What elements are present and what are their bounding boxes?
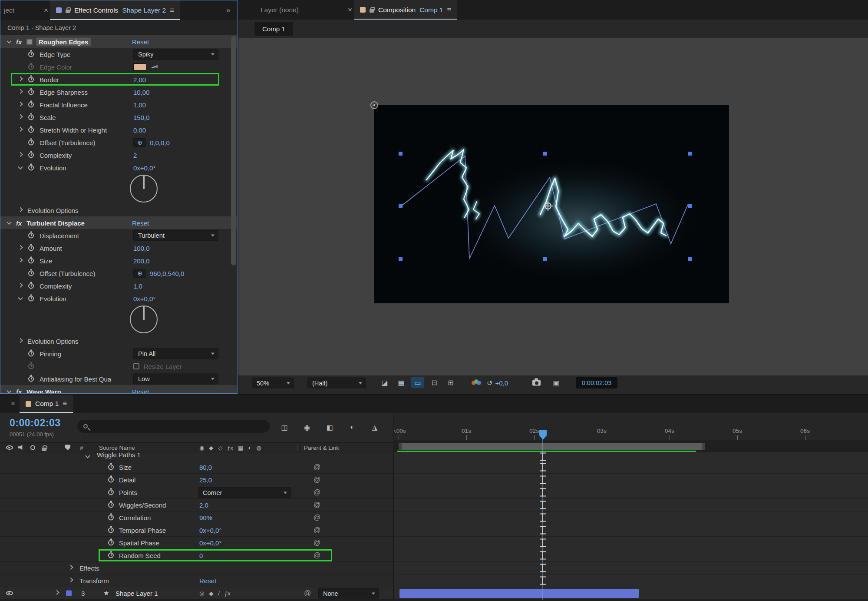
- timeline-track[interactable]: [393, 499, 868, 511]
- fx-switch-icon[interactable]: ƒx: [227, 444, 233, 451]
- stopwatch-icon[interactable]: [28, 296, 34, 301]
- timeline-track[interactable]: [393, 537, 868, 549]
- close-panel-icon[interactable]: ×: [44, 6, 48, 15]
- reset-button[interactable]: Reset: [132, 388, 149, 393]
- property-label[interactable]: Offset (Turbulence): [40, 139, 95, 146]
- property-label[interactable]: Complexity: [40, 151, 72, 159]
- close-panel-icon[interactable]: ×: [11, 399, 15, 408]
- tab-layer-viewer[interactable]: Layer (none): [261, 6, 299, 14]
- transparency-grid-icon[interactable]: ▦: [395, 377, 408, 388]
- property-label[interactable]: Correlation: [119, 514, 151, 521]
- graph-editor-icon[interactable]: ◮: [368, 422, 381, 433]
- stopwatch-icon[interactable]: [28, 114, 34, 120]
- property-value[interactable]: 0x+0,0°: [133, 295, 155, 302]
- exposure-value[interactable]: +0,0: [495, 379, 508, 387]
- property-label[interactable]: Resize Layer: [144, 362, 182, 370]
- property-value[interactable]: 960,0,540,0: [150, 269, 184, 277]
- property-value[interactable]: 25,0: [199, 476, 212, 484]
- chevron-right-icon[interactable]: [18, 89, 23, 93]
- chevron-right-icon[interactable]: [18, 207, 23, 212]
- audio-column-speaker-icon[interactable]: [18, 445, 23, 450]
- property-label[interactable]: Scale: [40, 113, 56, 121]
- eyedropper-icon[interactable]: [152, 64, 158, 70]
- reset-button[interactable]: Reset: [132, 219, 149, 226]
- property-label[interactable]: Edge Sharpness: [40, 88, 88, 96]
- property-value[interactable]: 150,0: [133, 113, 150, 121]
- property-dropdown[interactable]: Turbulent: [133, 230, 218, 241]
- anchor-point-icon[interactable]: [545, 203, 551, 209]
- work-area-bar[interactable]: [399, 443, 705, 450]
- property-label[interactable]: Antialiasing for Best Qua: [40, 375, 111, 382]
- chevron-down-icon[interactable]: [18, 164, 23, 169]
- chevron-down-icon[interactable]: [7, 38, 11, 43]
- motion-blur-icon[interactable]: ◐: [346, 422, 359, 433]
- region-of-interest-icon[interactable]: ⊡: [428, 377, 441, 388]
- stopwatch-icon[interactable]: [28, 363, 34, 369]
- pick-whip-icon[interactable]: @: [304, 589, 311, 597]
- chevron-right-icon[interactable]: [68, 565, 73, 570]
- property-label[interactable]: Points: [119, 489, 137, 496]
- zoom-dropdown[interactable]: 50%: [252, 378, 294, 388]
- pick-whip-icon[interactable]: @: [314, 501, 320, 509]
- property-value[interactable]: 100,0: [133, 244, 150, 252]
- property-value[interactable]: 0x+0,0°: [199, 527, 221, 534]
- property-group-label[interactable]: Wiggle Paths 1: [97, 452, 141, 458]
- pick-whip-icon[interactable]: @: [314, 476, 320, 484]
- property-label[interactable]: Offset (Turbulence): [40, 269, 95, 277]
- stopwatch-icon[interactable]: [108, 502, 114, 508]
- property-label[interactable]: Amount: [40, 244, 62, 252]
- chevron-right-icon[interactable]: [54, 590, 59, 595]
- chevron-down-icon[interactable]: [18, 295, 23, 300]
- property-value[interactable]: 2: [133, 151, 137, 159]
- property-label[interactable]: Wiggles/Second: [119, 501, 166, 509]
- pick-whip-icon[interactable]: @: [314, 551, 320, 559]
- property-value[interactable]: 200,0: [133, 257, 150, 264]
- stopwatch-icon[interactable]: [108, 540, 114, 546]
- property-dropdown[interactable]: Corner: [198, 487, 291, 498]
- video-column-eye-icon[interactable]: [6, 445, 13, 450]
- solo-column-icon[interactable]: [30, 445, 35, 450]
- fast-previews-icon[interactable]: ◪: [378, 377, 391, 388]
- layer-duration-bar[interactable]: [399, 589, 639, 598]
- stopwatch-icon[interactable]: [28, 139, 34, 145]
- stopwatch-icon[interactable]: [108, 553, 114, 558]
- fx-icon[interactable]: ƒx: [224, 590, 231, 597]
- property-label[interactable]: Border: [40, 76, 59, 83]
- video-feature-icon[interactable]: ◉: [199, 444, 204, 451]
- chevron-right-icon[interactable]: [18, 76, 23, 81]
- offset-target-icon[interactable]: ⊕: [133, 269, 146, 278]
- parent-link-column[interactable]: Parent & Link: [304, 444, 339, 451]
- selection-handle[interactable]: [688, 152, 692, 156]
- evolution-dial[interactable]: [130, 305, 158, 333]
- collapse-icon[interactable]: ◎: [199, 590, 204, 597]
- selection-handle[interactable]: [399, 152, 403, 156]
- resolution-dropdown[interactable]: (Half): [307, 378, 366, 388]
- exposure-reset-icon[interactable]: ↺: [487, 379, 492, 387]
- stopwatch-icon[interactable]: [108, 465, 114, 470]
- color-swatch[interactable]: [133, 63, 146, 70]
- reset-button[interactable]: Reset: [132, 38, 149, 45]
- stopwatch-icon[interactable]: [28, 89, 34, 95]
- timeline-track[interactable]: [393, 461, 868, 474]
- timeline-track[interactable]: [393, 549, 868, 562]
- effect-name[interactable]: Turbulent Displace: [26, 219, 85, 226]
- viewer-timecode[interactable]: 0:00:02:03: [576, 377, 617, 388]
- show-snapshot-icon[interactable]: ▣: [550, 377, 563, 388]
- chevron-down-icon[interactable]: [7, 219, 11, 224]
- timeline-ruler-area[interactable]: 0:00s01s02s03s04s05s06s: [394, 413, 868, 452]
- panel-overflow-icon[interactable]: »: [226, 6, 230, 15]
- property-label[interactable]: Edge Type: [40, 50, 70, 58]
- offset-target-icon[interactable]: ⊕: [133, 138, 146, 147]
- lock-column-icon[interactable]: [42, 448, 46, 451]
- property-value[interactable]: 2,00: [133, 76, 146, 83]
- layer-name[interactable]: Shape Layer 1: [116, 590, 158, 597]
- pick-whip-icon[interactable]: @: [314, 514, 320, 521]
- layer-visibility-eye-icon[interactable]: [6, 591, 13, 595]
- property-label[interactable]: Edge Color: [40, 63, 72, 70]
- property-label[interactable]: Temporal Phase: [119, 527, 166, 534]
- chevron-right-icon[interactable]: [18, 152, 23, 156]
- layer-number-column[interactable]: #: [80, 444, 83, 451]
- timeline-track[interactable]: [393, 486, 868, 499]
- composition-viewer[interactable]: [238, 38, 868, 375]
- property-dropdown[interactable]: Low: [133, 373, 218, 384]
